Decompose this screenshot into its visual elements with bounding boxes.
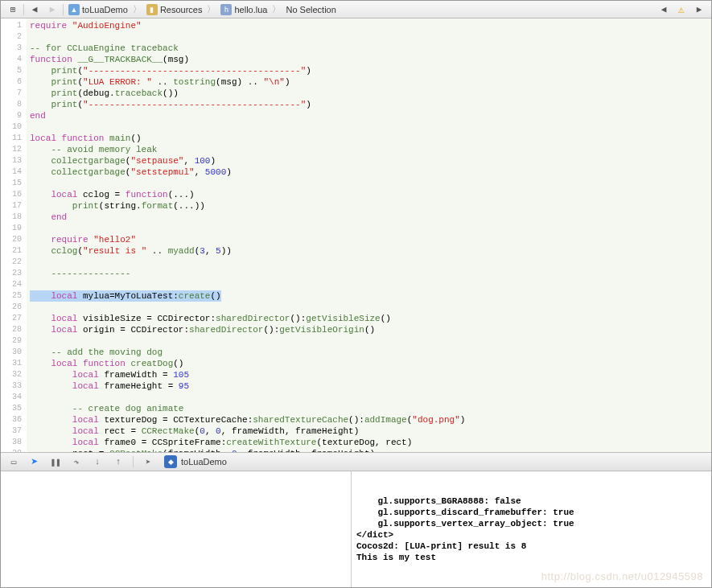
pause-button[interactable]: ❚❚ [47, 454, 64, 469]
app-icon: ◆ [164, 455, 177, 468]
forward-button[interactable]: ▶ [43, 2, 61, 17]
debug-toolbar: ▭ ➤ ❚❚ ↷ ↓ ↑ ➤ ◆ toLuaDemo [1, 452, 711, 471]
chevron-right-icon: 〉 [131, 3, 143, 15]
console-area: gl.supports_BGRA8888: false gl.supports_… [1, 471, 711, 587]
breadcrumb-label: hello.lua [234, 5, 267, 14]
related-items-icon[interactable]: ⊞ [4, 2, 22, 17]
code-editor[interactable]: 1234567891011121314151617181920212223242… [1, 19, 711, 452]
chevron-right-icon: 〉 [270, 3, 282, 15]
breadcrumb-project[interactable]: ▲ toLuaDemo [65, 4, 131, 15]
continue-button[interactable]: ➤ [27, 454, 43, 469]
step-over-button[interactable]: ↷ [68, 454, 84, 469]
target-label: toLuaDemo [181, 457, 227, 467]
folder-icon: ▮ [146, 4, 158, 15]
separator [133, 456, 134, 467]
hide-debug-button[interactable]: ▭ [6, 454, 22, 469]
chevron-right-icon: 〉 [205, 3, 217, 15]
prev-issue-button[interactable]: ◀ [655, 2, 673, 17]
breadcrumb-label: No Selection [286, 5, 335, 14]
debug-location-button[interactable]: ➤ [140, 454, 156, 469]
separator [63, 4, 64, 15]
breadcrumb-label: toLuaDemo [82, 5, 128, 14]
project-icon: ▲ [68, 4, 80, 15]
breadcrumb: ▲ toLuaDemo 〉 ▮ Resources 〉 h hello.lua … [65, 3, 340, 15]
step-into-button[interactable]: ↓ [89, 454, 105, 469]
breadcrumb-label: Resources [160, 5, 203, 14]
warning-icon[interactable]: ⚠ [673, 2, 690, 17]
output-pane[interactable]: gl.supports_BGRA8888: false gl.supports_… [352, 471, 711, 587]
breadcrumb-folder[interactable]: ▮ Resources [143, 4, 206, 15]
breadcrumb-selection[interactable]: No Selection [282, 5, 339, 14]
debug-target[interactable]: ◆ toLuaDemo [164, 455, 227, 468]
next-issue-button[interactable]: ▶ [690, 2, 708, 17]
file-icon: h [220, 4, 232, 15]
jump-bar: ⊞ ◀ ▶ ▲ toLuaDemo 〉 ▮ Resources 〉 h hell… [1, 1, 711, 19]
back-button[interactable]: ◀ [26, 2, 43, 17]
breadcrumb-file[interactable]: h hello.lua [217, 4, 270, 15]
variables-pane[interactable] [1, 471, 352, 587]
step-out-button[interactable]: ↑ [110, 454, 126, 469]
code-area[interactable]: require "AudioEngine" -- for CCLuaEngine… [27, 19, 711, 452]
line-gutter: 1234567891011121314151617181920212223242… [1, 19, 27, 452]
watermark: http://blog.csdn.net/u012945598 [541, 571, 703, 582]
separator [23, 4, 24, 15]
